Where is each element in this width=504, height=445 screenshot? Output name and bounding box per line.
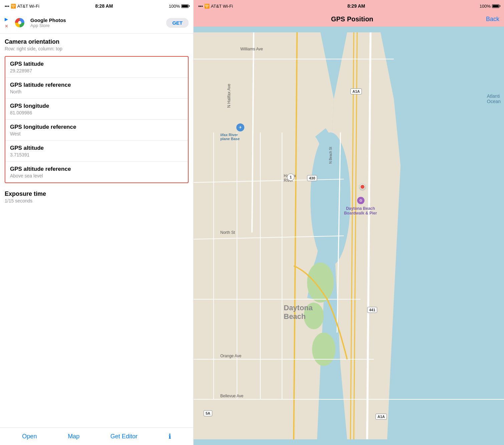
gps-longitude-ref-label: GPS longitude reference — [10, 124, 183, 130]
right-signal-icon: ▪▪▪ — [198, 4, 203, 9]
app-icon — [12, 15, 27, 30]
svg-marker-3 — [194, 32, 334, 439]
gps-longitude-label: GPS longitude — [10, 103, 183, 109]
airport-icon: ✈ — [236, 123, 244, 131]
app-name: Google Photos — [30, 17, 166, 23]
map-container[interactable]: Williams Ave N Halifax Ave HalifaxRiver … — [194, 27, 504, 445]
exposure-value: 1/15 seconds — [5, 198, 189, 203]
store-label: App Store — [30, 23, 166, 28]
right-nav-bar: GPS Position Back — [194, 12, 504, 27]
camera-orientation-section: Camera orientation Row: right side, colu… — [0, 34, 193, 53]
gps-latitude-ref: GPS latitude reference North — [5, 78, 188, 99]
right-status-bar: ▪▪▪ 🛜 AT&T Wi-Fi 8:29 AM 100% — [194, 0, 504, 12]
gps-altitude-ref-value: Above sea level — [10, 173, 183, 178]
map-svg — [194, 27, 504, 445]
camera-orientation-value: Row: right side, column: top — [5, 46, 189, 51]
left-carrier: ▪▪▪ 🛜 AT&T Wi-Fi — [5, 4, 39, 9]
exposure-label: Exposure time — [5, 190, 189, 197]
gps-latitude: GPS latitude 29.228987 — [5, 57, 188, 78]
left-status-bar: ▪▪▪ 🛜 AT&T Wi-Fi 8:28 AM 100% — [0, 0, 193, 12]
left-battery: 100% — [169, 4, 189, 9]
gps-latitude-value: 29.228987 — [10, 68, 183, 73]
route-441-badge: 441 — [367, 307, 377, 313]
gps-altitude: GPS altitude 3.715391 — [5, 141, 188, 162]
gps-latitude-ref-value: North — [10, 89, 183, 94]
route-1-badge: 1 — [287, 173, 294, 181]
left-panel: ▪▪▪ 🛜 AT&T Wi-Fi 8:28 AM 100% ▶ ✕ — [0, 0, 194, 445]
wifi-icon: 🛜 — [11, 4, 16, 9]
route-5a-badge: 5A — [204, 410, 212, 416]
a1a-badge-top: A1A — [350, 88, 362, 94]
right-carrier: ▪▪▪ 🛜 AT&T Wi-Fi — [198, 4, 233, 9]
get-editor-button[interactable]: Get Editor — [110, 433, 138, 440]
location-pin — [360, 184, 365, 189]
battery-icon — [181, 4, 189, 8]
nav-title: GPS Position — [331, 15, 373, 23]
gps-altitude-label: GPS altitude — [10, 145, 183, 151]
gps-longitude-ref: GPS longitude reference West — [5, 120, 188, 141]
gps-longitude: GPS longitude 81.009986 — [5, 99, 188, 120]
exposure-section: Exposure time 1/15 seconds — [0, 186, 193, 205]
right-time: 8:29 AM — [347, 3, 365, 9]
gps-longitude-ref-value: West — [10, 131, 183, 136]
gps-altitude-ref: GPS altitude reference Above sea level — [5, 162, 188, 182]
svg-point-6 — [304, 303, 324, 329]
gps-altitude-ref-label: GPS altitude reference — [10, 166, 183, 172]
svg-point-7 — [312, 333, 335, 366]
close-icon[interactable]: ✕ — [5, 24, 8, 29]
boardwalk-poi-icon: ⚙ — [357, 197, 364, 204]
open-button[interactable]: Open — [22, 433, 37, 440]
app-info: Google Photos App Store — [30, 17, 166, 28]
gps-data-box: GPS latitude 29.228987 GPS latitude refe… — [5, 56, 189, 183]
svg-point-5 — [307, 263, 334, 303]
left-time: 8:28 AM — [95, 3, 113, 9]
svg-point-0 — [18, 21, 21, 24]
gps-latitude-ref-label: GPS latitude reference — [10, 82, 183, 88]
back-button[interactable]: Back — [486, 16, 499, 23]
right-battery-icon — [492, 4, 499, 8]
signal-icon: ▪▪▪ — [5, 4, 9, 9]
bottom-toolbar: Open Map Get Editor ℹ — [0, 427, 193, 445]
info-icon[interactable]: ℹ — [169, 432, 171, 440]
gps-latitude-label: GPS latitude — [10, 61, 183, 67]
close-controls: ▶ ✕ — [5, 17, 11, 29]
get-app-button[interactable]: GET — [166, 18, 189, 28]
boardwalk-label: Daytona BeachBoardwalk & Pier — [337, 206, 384, 215]
play-icon[interactable]: ▶ — [5, 17, 8, 22]
app-banner: ▶ ✕ Google Photos App Store GET — [0, 12, 193, 34]
right-wifi-icon: 🛜 — [204, 4, 210, 9]
route-430-badge: 430 — [307, 175, 317, 181]
a1a-badge-bottom: A1A — [375, 414, 387, 420]
camera-orientation-title: Camera orientation — [5, 38, 189, 45]
map-button[interactable]: Map — [68, 433, 79, 440]
gps-altitude-value: 3.715391 — [10, 152, 183, 157]
right-battery: 100% — [480, 4, 499, 9]
right-panel: ▪▪▪ 🛜 AT&T Wi-Fi 8:29 AM 100% GPS Positi… — [194, 0, 504, 445]
gps-longitude-value: 81.009986 — [10, 110, 183, 115]
